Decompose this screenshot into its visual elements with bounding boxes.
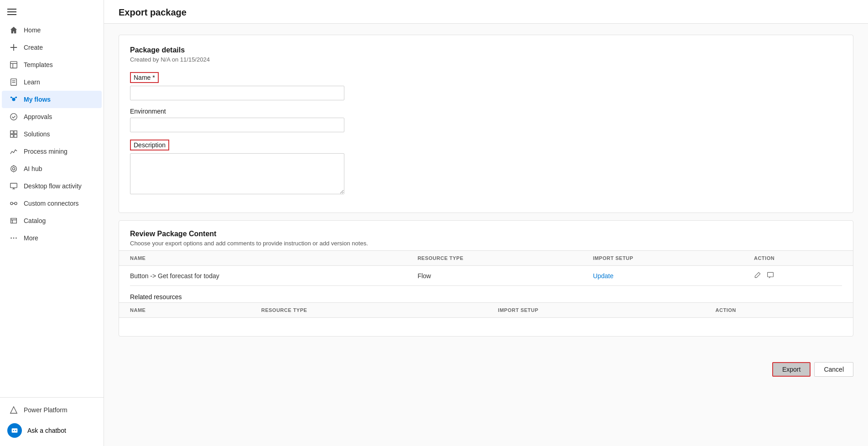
page-header: Export package bbox=[104, 0, 868, 24]
comment-icon[interactable] bbox=[767, 271, 774, 280]
sidebar-item-catalog[interactable]: Catalog bbox=[2, 212, 102, 229]
sidebar-item-power-platform[interactable]: Power Platform bbox=[2, 401, 102, 419]
process-mining-icon bbox=[9, 147, 18, 156]
svg-point-20 bbox=[11, 166, 17, 172]
templates-icon bbox=[9, 61, 18, 69]
row-import-setup: Update bbox=[582, 266, 743, 286]
my-flows-icon bbox=[9, 95, 18, 104]
related-resources-table: NAME RESOURCE TYPE IMPORT SETUP ACTION bbox=[119, 302, 853, 336]
svg-rect-17 bbox=[10, 135, 13, 137]
export-button[interactable]: Export bbox=[772, 362, 811, 377]
ai-hub-icon bbox=[9, 165, 18, 173]
approvals-icon bbox=[9, 113, 18, 121]
svg-marker-32 bbox=[10, 407, 17, 413]
page-title: Export package bbox=[119, 7, 853, 18]
update-link[interactable]: Update bbox=[593, 272, 613, 280]
col-header-import-setup: IMPORT SETUP bbox=[582, 251, 743, 266]
sidebar-item-my-flows[interactable]: My flows bbox=[2, 91, 102, 108]
svg-point-34 bbox=[13, 430, 14, 431]
svg-rect-23 bbox=[10, 183, 17, 188]
chatbot-icon bbox=[7, 423, 22, 438]
row-resource-type: Flow bbox=[406, 266, 582, 286]
environment-input[interactable] bbox=[130, 118, 344, 132]
name-label: Name * bbox=[130, 72, 159, 83]
svg-point-10 bbox=[10, 97, 12, 99]
cancel-button[interactable]: Cancel bbox=[814, 362, 853, 377]
chatbot-label: Ask a chatbot bbox=[27, 427, 66, 434]
col-header-resource-type: RESOURCE TYPE bbox=[406, 251, 582, 266]
home-icon bbox=[9, 26, 18, 34]
svg-rect-6 bbox=[11, 79, 17, 85]
svg-point-30 bbox=[13, 238, 15, 239]
sidebar-label-solutions: Solutions bbox=[24, 130, 50, 138]
svg-rect-18 bbox=[14, 135, 17, 137]
sidebar-item-ai-hub[interactable]: AI hub bbox=[2, 160, 102, 177]
sidebar-item-custom-connectors[interactable]: Custom connectors bbox=[2, 195, 102, 212]
related-col-name: NAME bbox=[119, 303, 250, 318]
review-card-header: Review Package Content Choose your expor… bbox=[119, 221, 853, 250]
main-content: Export package Package details Created b… bbox=[104, 0, 868, 446]
desktop-flow-activity-icon bbox=[9, 182, 18, 190]
package-content-table: NAME RESOURCE TYPE IMPORT SETUP ACTION B… bbox=[119, 250, 853, 285]
chatbot-button[interactable]: Ask a chatbot bbox=[0, 419, 104, 442]
package-details-subtitle: Created by N/A on 11/15/2024 bbox=[130, 56, 842, 63]
svg-rect-3 bbox=[10, 62, 17, 68]
sidebar-item-create[interactable]: Create bbox=[2, 39, 102, 56]
svg-rect-36 bbox=[768, 272, 774, 277]
edit-icon[interactable] bbox=[754, 271, 761, 280]
svg-rect-16 bbox=[14, 131, 17, 134]
environment-field-group: Environment bbox=[130, 108, 842, 132]
sidebar-label-home: Home bbox=[24, 26, 41, 34]
svg-rect-33 bbox=[12, 428, 18, 433]
svg-point-29 bbox=[10, 238, 12, 239]
table-row: Button -> Get forecast for today Flow Up… bbox=[119, 266, 853, 286]
package-details-title: Package details bbox=[130, 46, 842, 54]
svg-point-14 bbox=[10, 114, 17, 120]
sidebar-item-desktop-flow-activity[interactable]: Desktop flow activity bbox=[2, 177, 102, 195]
footer-buttons: Export Cancel bbox=[104, 355, 868, 384]
sidebar-item-learn[interactable]: Learn bbox=[2, 73, 102, 91]
sidebar-label-create: Create bbox=[24, 44, 43, 51]
col-header-action: ACTION bbox=[743, 251, 853, 266]
sidebar-item-approvals[interactable]: Approvals bbox=[2, 108, 102, 125]
svg-line-13 bbox=[15, 98, 16, 99]
review-subtitle: Choose your export options and add comme… bbox=[130, 240, 842, 247]
sidebar-item-process-mining[interactable]: Process mining bbox=[2, 143, 102, 160]
environment-label: Environment bbox=[130, 108, 166, 115]
sidebar-label-more: More bbox=[24, 234, 38, 242]
action-icons bbox=[754, 271, 842, 280]
sidebar-label-catalog: Catalog bbox=[24, 217, 46, 224]
name-field-group: Name * bbox=[130, 72, 842, 100]
content-area: Package details Created by N/A on 11/15/… bbox=[104, 24, 868, 355]
hamburger-button[interactable] bbox=[0, 0, 104, 21]
svg-rect-0 bbox=[7, 9, 16, 10]
description-input[interactable] bbox=[130, 153, 344, 194]
svg-line-12 bbox=[12, 98, 13, 99]
description-field-group: Description bbox=[130, 140, 842, 194]
sidebar-label-templates: Templates bbox=[24, 61, 53, 68]
sidebar-label-approvals: Approvals bbox=[24, 113, 52, 120]
description-label: Description bbox=[130, 140, 169, 150]
name-input[interactable] bbox=[130, 86, 344, 100]
svg-rect-1 bbox=[7, 11, 16, 12]
related-resources-header: Related resources bbox=[119, 286, 853, 302]
related-table-header-row: NAME RESOURCE TYPE IMPORT SETUP ACTION bbox=[119, 303, 853, 318]
sidebar: Home Create Templates Learn My flows App… bbox=[0, 0, 104, 446]
catalog-icon bbox=[9, 217, 18, 225]
related-col-action: ACTION bbox=[705, 303, 853, 318]
sidebar-label-custom-connectors: Custom connectors bbox=[24, 200, 79, 207]
sidebar-item-solutions[interactable]: Solutions bbox=[2, 125, 102, 143]
svg-point-11 bbox=[16, 97, 17, 99]
svg-rect-15 bbox=[10, 131, 13, 134]
sidebar-label-learn: Learn bbox=[24, 78, 40, 86]
svg-rect-2 bbox=[7, 14, 16, 15]
package-details-card: Package details Created by N/A on 11/15/… bbox=[119, 35, 853, 213]
svg-point-19 bbox=[12, 167, 15, 170]
sidebar-item-templates[interactable]: Templates bbox=[2, 56, 102, 73]
sidebar-item-home[interactable]: Home bbox=[2, 21, 102, 39]
row-name: Button -> Get forecast for today bbox=[119, 266, 406, 286]
related-table-empty-row bbox=[119, 318, 853, 336]
custom-connectors-icon bbox=[9, 199, 18, 207]
svg-point-26 bbox=[10, 202, 13, 204]
sidebar-item-more[interactable]: More bbox=[2, 229, 102, 247]
